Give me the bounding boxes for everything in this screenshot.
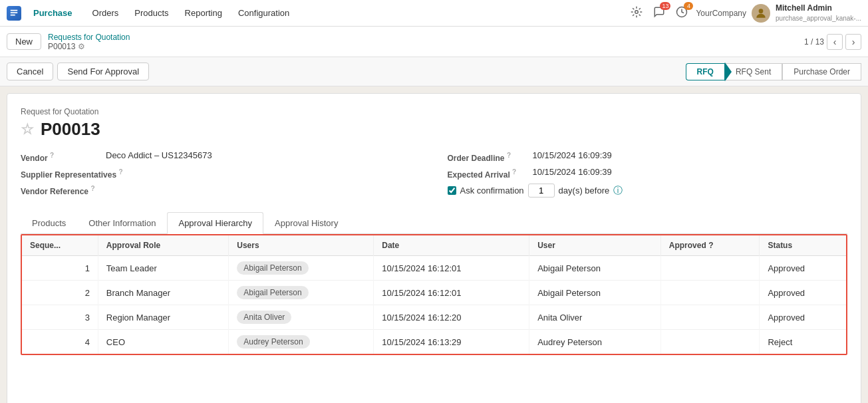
cell-users-0: Abigail Peterson xyxy=(229,256,374,281)
order-deadline-value[interactable]: 10/15/2024 16:09:39 xyxy=(533,150,612,160)
favorite-star-icon[interactable]: ☆ xyxy=(21,121,34,138)
main-content: Request for Quotation ☆ P00013 Vendor ? … xyxy=(7,93,861,403)
cell-user-2: Anita Oliver xyxy=(529,305,661,330)
pipeline-rfq[interactable]: RFQ xyxy=(686,63,724,80)
cell-role-2: Region Manager xyxy=(98,305,228,330)
col-status: Status xyxy=(760,235,846,256)
breadcrumb-left: New Requests for Quotation P00013 ⚙ xyxy=(7,33,130,51)
brand-area: Purchase xyxy=(7,0,80,27)
info-icon[interactable]: ⓘ xyxy=(613,185,623,197)
order-deadline-row: Order Deadline ? 10/15/2024 16:09:39 xyxy=(448,150,848,163)
tab-products[interactable]: Products xyxy=(21,212,77,234)
tab-approval-hierarchy[interactable]: Approval Hierarchy xyxy=(167,212,263,234)
cell-date-3[interactable]: 10/15/2024 16:13:29 xyxy=(374,330,529,354)
approval-table-container: Seque... Approval Role Users Date User A… xyxy=(21,234,847,355)
ask-confirmation-label: Ask confirmation xyxy=(460,186,524,196)
cell-status-1: Approved xyxy=(760,281,846,305)
breadcrumb-parent[interactable]: Requests for Quotation xyxy=(48,33,130,42)
chat-badge: 13 xyxy=(660,2,670,10)
expected-arrival-help-icon[interactable]: ? xyxy=(512,168,516,176)
nav-purchase[interactable]: Purchase xyxy=(25,0,80,27)
cell-approved-1 xyxy=(660,281,760,305)
table-row: 3 Region Manager Anita Oliver 10/15/2024… xyxy=(22,305,846,330)
next-record-button[interactable]: › xyxy=(845,34,861,50)
cell-user-0: Abigail Peterson xyxy=(529,256,661,281)
breadcrumb-current: P00013 ⚙ xyxy=(48,42,130,51)
cell-status-0: Approved xyxy=(760,256,846,281)
vendor-label: Vendor ? xyxy=(21,150,100,163)
cell-role-3: CEO xyxy=(98,330,228,354)
breadcrumb-id: P00013 xyxy=(48,42,75,51)
cell-role-1: Branch Manager xyxy=(98,281,228,305)
send-for-approval-button[interactable]: Send For Approval xyxy=(57,63,149,80)
pipeline-rfq-sent[interactable]: RFQ Sent xyxy=(724,63,782,80)
nav-right: 13 4 YourCompany Mitchell Admin purchase… xyxy=(628,3,861,23)
cell-date-2[interactable]: 10/15/2024 16:12:20 xyxy=(374,305,529,330)
vendor-ref-help-icon[interactable]: ? xyxy=(90,185,94,192)
table-row: 2 Branch Manager Abigail Peterson 10/15/… xyxy=(22,281,846,305)
user-badge-0: Abigail Peterson xyxy=(237,261,308,275)
bug-button[interactable] xyxy=(628,3,645,23)
svg-point-0 xyxy=(635,11,639,14)
user-name: Mitchell Admin xyxy=(776,3,861,14)
navigation-arrows: 1 / 13 ‹ › xyxy=(804,34,861,50)
settings-icon[interactable]: ⚙ xyxy=(78,42,85,51)
nav-products[interactable]: Products xyxy=(126,0,176,27)
supplier-help-icon[interactable]: ? xyxy=(118,168,122,176)
top-navigation: Purchase Orders Products Reporting Confi… xyxy=(0,0,868,27)
vendor-row: Vendor ? Deco Addict – US12345673 xyxy=(21,150,421,163)
status-pipeline: RFQ RFQ Sent Purchase Order xyxy=(686,63,861,80)
vendor-help-icon[interactable]: ? xyxy=(50,152,54,159)
expected-arrival-row: Expected Arrival ? 10/15/2024 16:09:39 xyxy=(448,167,848,180)
form-title: ☆ P00013 xyxy=(21,119,847,140)
left-fields: Vendor ? Deco Addict – US12345673 Suppli… xyxy=(21,150,421,202)
prev-record-button[interactable]: ‹ xyxy=(827,34,843,50)
cell-user-1: Abigail Peterson xyxy=(529,281,661,305)
order-deadline-help-icon[interactable]: ? xyxy=(507,152,511,159)
col-approval-role: Approval Role xyxy=(98,235,228,256)
user-avatar xyxy=(752,4,770,23)
days-input[interactable] xyxy=(528,184,555,198)
new-button[interactable]: New xyxy=(7,33,41,50)
pipeline-purchase-order[interactable]: Purchase Order xyxy=(782,63,861,80)
cell-users-1: Abigail Peterson xyxy=(229,281,374,305)
cancel-button[interactable]: Cancel xyxy=(7,63,53,80)
col-user: User xyxy=(529,235,661,256)
svg-point-2 xyxy=(759,9,764,13)
nav-menu: Orders Products Reporting Configuration xyxy=(84,0,298,27)
cell-approved-2 xyxy=(660,305,760,330)
col-users: Users xyxy=(229,235,374,256)
cell-user-3: Audrey Peterson xyxy=(529,330,661,354)
ask-confirmation-checkbox-row: Ask confirmation day(s) before ⓘ xyxy=(448,184,623,198)
col-date: Date xyxy=(374,235,529,256)
action-buttons: Cancel Send For Approval xyxy=(7,63,149,80)
tab-bar: Products Other Information Approval Hier… xyxy=(21,212,847,234)
vendor-value[interactable]: Deco Addict – US12345673 xyxy=(106,150,212,160)
cell-seq-0: 1 xyxy=(22,256,98,281)
cell-status-3: Reject xyxy=(760,330,846,354)
tab-approval-history[interactable]: Approval History xyxy=(263,212,349,234)
ask-confirmation-checkbox[interactable] xyxy=(448,186,456,195)
user-info: Mitchell Admin purchase_approval_kanak-.… xyxy=(776,3,861,23)
vendor-ref-label: Vendor Reference ? xyxy=(21,184,100,196)
expected-arrival-value[interactable]: 10/15/2024 16:09:39 xyxy=(533,167,612,177)
tab-other-information[interactable]: Other Information xyxy=(77,212,167,234)
nav-orders[interactable]: Orders xyxy=(84,0,127,27)
col-approved: Approved ? xyxy=(660,235,760,256)
activity-button[interactable]: 4 xyxy=(673,3,690,23)
user-badge-1: Abigail Peterson xyxy=(237,286,308,299)
chat-button[interactable]: 13 xyxy=(651,3,668,23)
breadcrumb-bar: New Requests for Quotation P00013 ⚙ 1 / … xyxy=(0,27,868,57)
breadcrumb-path: Requests for Quotation P00013 ⚙ xyxy=(48,33,130,51)
cell-date-0[interactable]: 10/15/2024 16:12:01 xyxy=(374,256,529,281)
cell-date-1[interactable]: 10/15/2024 16:12:01 xyxy=(374,281,529,305)
table-header-row: Seque... Approval Role Users Date User A… xyxy=(22,235,846,256)
nav-configuration[interactable]: Configuration xyxy=(230,0,297,27)
table-body: 1 Team Leader Abigail Peterson 10/15/202… xyxy=(22,256,846,354)
cell-seq-3: 4 xyxy=(22,330,98,354)
nav-reporting[interactable]: Reporting xyxy=(177,0,230,27)
cell-users-2: Anita Oliver xyxy=(229,305,374,330)
table-row: 1 Team Leader Abigail Peterson 10/15/202… xyxy=(22,256,846,281)
table-row: 4 CEO Audrey Peterson 10/15/2024 16:13:2… xyxy=(22,330,846,354)
form-fields: Vendor ? Deco Addict – US12345673 Suppli… xyxy=(21,150,847,202)
